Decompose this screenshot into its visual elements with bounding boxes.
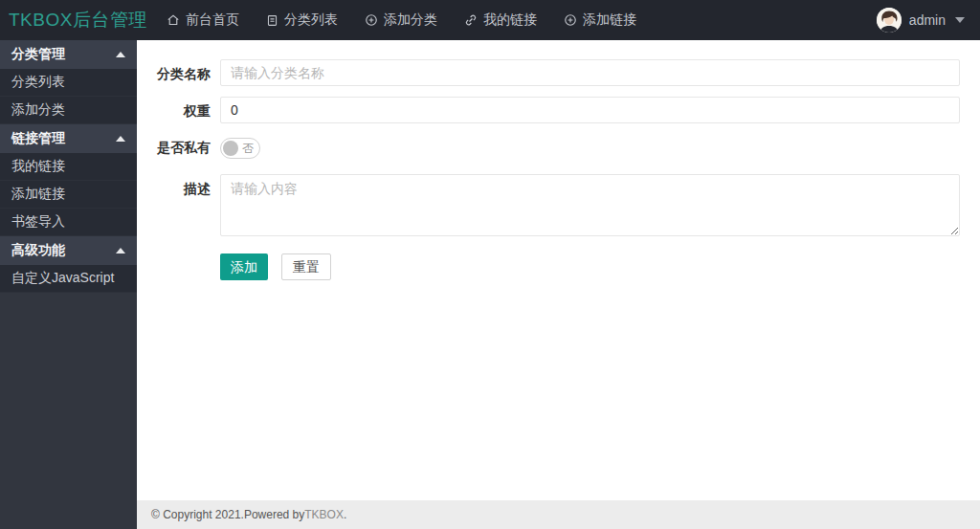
footer-brand-link[interactable]: TKBOX <box>304 508 344 521</box>
sidebar-item-label: 添加链接 <box>11 186 65 203</box>
sidebar-section-title: 高级功能 <box>11 242 65 259</box>
sidebar-section-link-management[interactable]: 链接管理 <box>0 124 137 153</box>
sidebar-item-label: 自定义JavaScript <box>11 270 114 287</box>
form-row-private: 是否私有 否 <box>137 136 980 162</box>
nav-item-label: 添加分类 <box>384 11 437 29</box>
form-row-weight: 权重 <box>137 97 980 123</box>
nav-item-label: 我的链接 <box>483 11 537 29</box>
category-name-label: 分类名称 <box>137 59 220 83</box>
sidebar-item-label: 分类列表 <box>11 74 65 91</box>
file-icon <box>266 14 278 27</box>
sidebar-item-add-category[interactable]: 添加分类 <box>0 97 137 124</box>
private-toggle[interactable]: 否 <box>220 138 260 159</box>
avatar <box>877 8 902 33</box>
nav-item-my-links[interactable]: 我的链接 <box>451 0 550 40</box>
private-label: 是否私有 <box>137 136 220 157</box>
caret-down-icon <box>955 17 965 23</box>
sidebar-item-label: 添加分类 <box>11 101 65 119</box>
add-category-form: 分类名称 权重 是否私有 否 描述 <box>137 40 980 280</box>
category-name-input[interactable] <box>220 59 960 86</box>
chevron-up-icon <box>116 52 125 57</box>
nav-item-add-category[interactable]: 添加分类 <box>351 0 451 40</box>
main-content: 分类名称 权重 是否私有 否 描述 <box>137 40 980 500</box>
nav-item-front-home[interactable]: 前台首页 <box>153 0 253 40</box>
sidebar-item-bookmark-import[interactable]: 书签导入 <box>0 209 137 236</box>
toggle-state-label: 否 <box>242 139 254 158</box>
copyright-suffix: . <box>344 508 346 521</box>
user-menu[interactable]: admin <box>877 0 965 40</box>
plus-circle-icon <box>365 13 378 27</box>
sidebar-section-title: 分类管理 <box>11 46 65 63</box>
weight-label: 权重 <box>137 97 220 121</box>
sidebar-section-title: 链接管理 <box>11 130 65 147</box>
add-button[interactable]: 添加 <box>220 253 268 280</box>
nav-item-label: 分类列表 <box>284 11 338 29</box>
description-textarea[interactable] <box>220 174 960 236</box>
top-nav-menu: 前台首页 分类列表 添加分类 <box>153 0 650 40</box>
form-row-buttons: 添加 重置 <box>137 253 980 280</box>
sidebar-item-category-list[interactable]: 分类列表 <box>0 69 137 97</box>
link-icon <box>464 13 478 27</box>
plus-circle-icon <box>564 13 577 27</box>
weight-input[interactable] <box>220 97 960 123</box>
sidebar-item-label: 我的链接 <box>11 158 65 175</box>
description-label: 描述 <box>137 174 220 198</box>
sidebar-item-add-link[interactable]: 添加链接 <box>0 181 137 209</box>
sidebar-item-custom-javascript[interactable]: 自定义JavaScript <box>0 265 137 293</box>
nav-item-label: 前台首页 <box>186 11 239 29</box>
sidebar: 分类管理 分类列表 添加分类 链接管理 我的链接 添加链接 书签导入 高级功能 … <box>0 40 137 529</box>
nav-item-label: 添加链接 <box>583 11 636 29</box>
reset-button[interactable]: 重置 <box>281 253 331 280</box>
username: admin <box>909 12 946 28</box>
chevron-up-icon <box>116 136 125 142</box>
home-icon <box>167 13 180 27</box>
toggle-knob-icon <box>223 141 238 156</box>
sidebar-item-label: 书签导入 <box>11 213 65 231</box>
top-navbar: TKBOX后台管理 前台首页 分类列表 添加分类 <box>0 0 980 40</box>
app-logo[interactable]: TKBOX后台管理 <box>0 8 153 33</box>
form-row-description: 描述 <box>137 174 980 239</box>
button-row-spacer <box>137 253 220 260</box>
sidebar-section-category-management[interactable]: 分类管理 <box>0 40 137 69</box>
sidebar-section-advanced[interactable]: 高级功能 <box>0 236 137 265</box>
page-footer: © Copyright 2021.Powered by TKBOX. <box>137 500 980 529</box>
form-row-category-name: 分类名称 <box>137 59 980 86</box>
chevron-up-icon <box>116 248 125 253</box>
copyright-text: © Copyright 2021.Powered by <box>151 508 304 521</box>
nav-item-category-list[interactable]: 分类列表 <box>253 0 351 40</box>
sidebar-item-my-links[interactable]: 我的链接 <box>0 153 137 181</box>
nav-item-add-link[interactable]: 添加链接 <box>550 0 650 40</box>
